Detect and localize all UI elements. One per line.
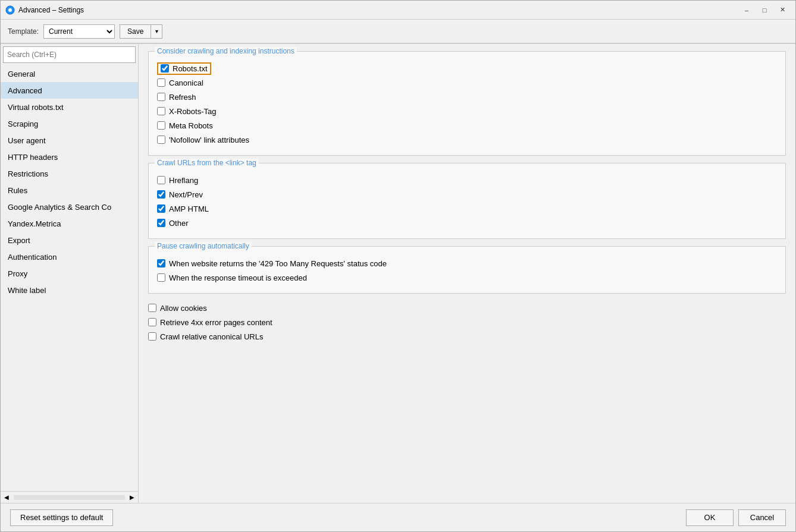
sidebar-nav: GeneralAdvancedVirtual robots.txtScrapin… bbox=[1, 65, 138, 491]
maximize-button[interactable]: □ bbox=[756, 4, 773, 16]
retrieve-4xx-checkbox[interactable] bbox=[148, 318, 156, 326]
hreflang-checkbox[interactable] bbox=[157, 176, 165, 184]
window-title: Advanced – Settings bbox=[18, 6, 738, 14]
x-robots-tag-row: X-Robots-Tag bbox=[157, 104, 777, 118]
search-input[interactable] bbox=[3, 46, 136, 63]
canonical-checkbox[interactable] bbox=[157, 78, 165, 87]
scroll-right-button[interactable]: ▶ bbox=[126, 492, 138, 503]
retrieve-4xx-label[interactable]: Retrieve 4xx error pages content bbox=[160, 318, 272, 327]
robots-txt-checkbox[interactable] bbox=[161, 64, 169, 73]
hreflang-row: Hreflang bbox=[157, 173, 777, 187]
svg-point-1 bbox=[8, 8, 12, 12]
too-many-requests-checkbox[interactable] bbox=[157, 259, 165, 267]
template-select[interactable]: Current bbox=[43, 24, 115, 39]
main-window: Advanced – Settings – □ ✕ Template: Curr… bbox=[0, 0, 796, 532]
refresh-checkbox[interactable] bbox=[157, 93, 165, 101]
sidebar-item-http-headers[interactable]: HTTP headers bbox=[1, 149, 138, 165]
pause-crawling-section-content: When website returns the '429 Too Many R… bbox=[157, 256, 777, 285]
crawl-relative-row: Crawl relative canonical URLs bbox=[148, 329, 786, 344]
sidebar-item-yandex[interactable]: Yandex.Metrica bbox=[1, 215, 138, 232]
refresh-row: Refresh bbox=[157, 90, 777, 104]
hreflang-label[interactable]: Hreflang bbox=[169, 176, 198, 185]
cancel-button[interactable]: Cancel bbox=[738, 509, 786, 526]
crawl-urls-section-content: Hreflang Next/Prev AMP HTML Other bbox=[157, 173, 777, 230]
response-timeout-checkbox[interactable] bbox=[157, 273, 165, 282]
app-icon bbox=[5, 5, 15, 15]
response-timeout-row: When the response timeout is exceeded bbox=[157, 270, 777, 285]
sidebar-item-advanced[interactable]: Advanced bbox=[1, 82, 138, 99]
content-area: GeneralAdvancedVirtual robots.txtScrapin… bbox=[1, 44, 795, 503]
crawling-section: Consider crawling and indexing instructi… bbox=[148, 51, 786, 156]
allow-cookies-label[interactable]: Allow cookies bbox=[160, 304, 207, 313]
allow-cookies-checkbox[interactable] bbox=[148, 304, 156, 312]
robots-txt-row: Robots.txt bbox=[157, 61, 777, 75]
template-label: Template: bbox=[8, 27, 39, 36]
meta-robots-label[interactable]: Meta Robots bbox=[169, 121, 213, 130]
too-many-requests-label[interactable]: When website returns the '429 Too Many R… bbox=[169, 259, 387, 268]
other-row: Other bbox=[157, 216, 777, 230]
scroll-left-button[interactable]: ◀ bbox=[1, 492, 12, 503]
x-robots-tag-label[interactable]: X-Robots-Tag bbox=[169, 107, 216, 116]
crawl-relative-checkbox[interactable] bbox=[148, 332, 156, 341]
crawl-urls-section-title: Crawl URLs from the <link> tag bbox=[155, 159, 259, 167]
sidebar-scrollbar: ◀ ▶ bbox=[1, 491, 138, 503]
scroll-track bbox=[14, 495, 125, 500]
pause-crawling-section: Pause crawling automatically When websit… bbox=[148, 246, 786, 294]
footer-left: Reset settings to default bbox=[10, 509, 686, 526]
sidebar-item-general[interactable]: General bbox=[1, 65, 138, 82]
next-prev-checkbox[interactable] bbox=[157, 190, 165, 199]
response-timeout-label[interactable]: When the response timeout is exceeded bbox=[169, 273, 307, 282]
save-dropdown-arrow[interactable]: ▾ bbox=[151, 24, 162, 39]
crawl-relative-label[interactable]: Crawl relative canonical URLs bbox=[160, 332, 263, 341]
sidebar-item-scraping[interactable]: Scraping bbox=[1, 115, 138, 132]
nofollow-label[interactable]: 'Nofollow' link attributes bbox=[169, 136, 249, 144]
sidebar-item-user-agent[interactable]: User agent bbox=[1, 132, 138, 149]
reset-button[interactable]: Reset settings to default bbox=[10, 509, 113, 526]
crawling-section-title: Consider crawling and indexing instructi… bbox=[155, 47, 297, 55]
robots-txt-label[interactable]: Robots.txt bbox=[173, 64, 208, 73]
window-controls: – □ ✕ bbox=[738, 4, 791, 16]
minimize-button[interactable]: – bbox=[738, 4, 755, 16]
sidebar: GeneralAdvancedVirtual robots.txtScrapin… bbox=[1, 44, 139, 503]
nofollow-checkbox[interactable] bbox=[157, 136, 165, 144]
save-group: Save ▾ bbox=[120, 24, 162, 39]
retrieve-4xx-row: Retrieve 4xx error pages content bbox=[148, 315, 786, 329]
sidebar-item-restrictions[interactable]: Restrictions bbox=[1, 165, 138, 182]
amp-html-checkbox[interactable] bbox=[157, 204, 165, 213]
main-panel: Consider crawling and indexing instructi… bbox=[139, 44, 795, 503]
sidebar-item-rules[interactable]: Rules bbox=[1, 182, 138, 199]
meta-robots-checkbox[interactable] bbox=[157, 121, 165, 130]
amp-html-row: AMP HTML bbox=[157, 202, 777, 216]
meta-robots-row: Meta Robots bbox=[157, 118, 777, 133]
next-prev-label[interactable]: Next/Prev bbox=[169, 190, 203, 199]
canonical-label[interactable]: Canonical bbox=[169, 78, 203, 87]
allow-cookies-row: Allow cookies bbox=[148, 301, 786, 315]
sidebar-item-google-analytics[interactable]: Google Analytics & Search Co bbox=[1, 199, 138, 215]
sidebar-item-proxy[interactable]: Proxy bbox=[1, 265, 138, 282]
footer-right: OK Cancel bbox=[686, 509, 786, 526]
toolbar: Template: Current Save ▾ bbox=[1, 20, 795, 43]
too-many-requests-row: When website returns the '429 Too Many R… bbox=[157, 256, 777, 270]
crawl-urls-section: Crawl URLs from the <link> tag Hreflang … bbox=[148, 163, 786, 239]
sidebar-item-white-label[interactable]: White label bbox=[1, 282, 138, 298]
sidebar-item-authentication[interactable]: Authentication bbox=[1, 248, 138, 265]
robots-txt-highlighted: Robots.txt bbox=[157, 62, 211, 75]
canonical-row: Canonical bbox=[157, 75, 777, 90]
amp-html-label[interactable]: AMP HTML bbox=[169, 204, 209, 213]
standalone-checks: Allow cookies Retrieve 4xx error pages c… bbox=[148, 301, 786, 344]
next-prev-row: Next/Prev bbox=[157, 187, 777, 202]
sidebar-item-export[interactable]: Export bbox=[1, 232, 138, 248]
footer: Reset settings to default OK Cancel bbox=[1, 503, 795, 531]
pause-crawling-section-title: Pause crawling automatically bbox=[155, 242, 252, 250]
title-bar: Advanced – Settings – □ ✕ bbox=[1, 1, 795, 20]
ok-button[interactable]: OK bbox=[686, 509, 734, 526]
crawling-section-content: Robots.txt Canonical Refresh X-Robots-Ta… bbox=[157, 61, 777, 147]
close-button[interactable]: ✕ bbox=[774, 4, 791, 16]
nofollow-row: 'Nofollow' link attributes bbox=[157, 133, 777, 147]
other-checkbox[interactable] bbox=[157, 219, 165, 227]
x-robots-tag-checkbox[interactable] bbox=[157, 107, 165, 115]
other-label[interactable]: Other bbox=[169, 219, 189, 228]
save-button[interactable]: Save bbox=[120, 24, 151, 39]
refresh-label[interactable]: Refresh bbox=[169, 93, 196, 102]
sidebar-item-virtual-robots[interactable]: Virtual robots.txt bbox=[1, 99, 138, 115]
